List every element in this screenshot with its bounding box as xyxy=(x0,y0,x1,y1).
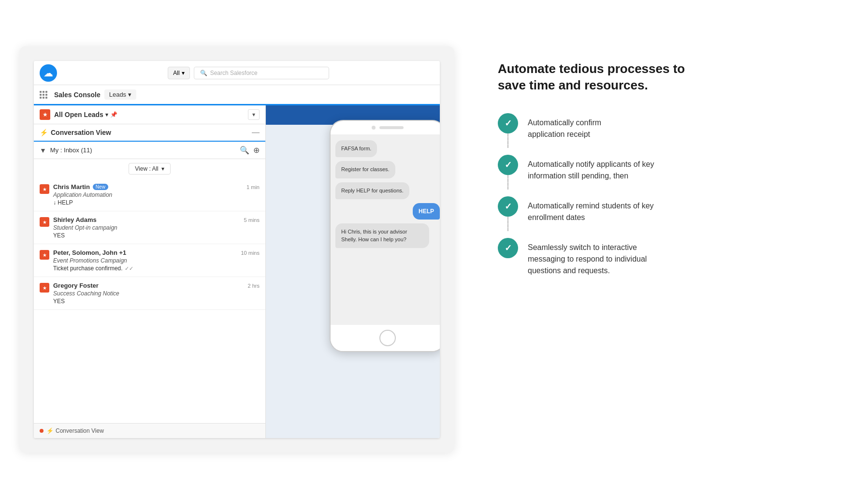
right-content: Automate tedious processes to save time … xyxy=(474,46,849,291)
item-message: ↓ HELP xyxy=(53,199,260,206)
benefit-check-circle-4: ✓ xyxy=(498,238,518,258)
page-container: ☁ All ▾ 🔍 Search Salesforce xyxy=(0,37,868,462)
benefits-list: ✓ Automatically confirmapplication recei… xyxy=(498,113,825,277)
inbox-search-icon[interactable]: 🔍 xyxy=(240,146,249,155)
item-content: Peter, Solomon, John +1 10 mins Event Pr… xyxy=(53,249,260,272)
sf-footer: ⚡ Conversation View xyxy=(34,423,265,438)
conv-item-peter-solomon[interactable]: ★ Peter, Solomon, John +1 10 mins Event … xyxy=(34,244,265,277)
conv-item-gregory-foster[interactable]: ★ Gregory Foster 2 hrs Success Coaching … xyxy=(34,277,265,310)
benefit-text-content-2: Automatically notify applicants of keyin… xyxy=(528,159,654,182)
conv-item-chris-martin[interactable]: ★ Chris Martin New 1 min Application Aut… xyxy=(34,178,265,211)
item-content: Gregory Foster 2 hrs Success Coaching No… xyxy=(53,282,260,305)
benefit-text-content-1: Automatically confirmapplication receipt xyxy=(528,117,601,140)
benefit-text-1: Automatically confirmapplication receipt xyxy=(528,113,601,155)
item-content: Chris Martin New 1 min Application Autom… xyxy=(53,183,260,206)
benefit-check-circle-3: ✓ xyxy=(498,196,518,217)
benefit-text-2: Automatically notify applicants of keyin… xyxy=(528,155,654,196)
leads-title: All Open Leads ▾ 📌 xyxy=(54,111,117,118)
search-input[interactable]: 🔍 Search Salesforce xyxy=(194,67,329,79)
chevron-down-icon: ▾ xyxy=(182,70,185,76)
leads-view-dropdown[interactable]: ▾ xyxy=(248,109,260,120)
check-icon-3: ✓ xyxy=(505,201,512,212)
benefit-text-content-4: Seamlessly switch to interactivemessagin… xyxy=(528,242,647,277)
item-star-icon: ★ xyxy=(40,283,49,293)
view-bar: View : All ▾ xyxy=(34,159,265,178)
view-label: View : All xyxy=(135,165,158,172)
benefit-connector-3: ✓ xyxy=(498,196,518,231)
connector-line-2 xyxy=(507,175,508,190)
item-name: Chris Martin xyxy=(53,183,90,191)
main-heading: Automate tedious processes to save time … xyxy=(498,61,701,94)
filter-icon: ▼ xyxy=(40,147,46,154)
sf-left-panel: ★ All Open Leads ▾ 📌 ▾ ⚡ Conversation Vi… xyxy=(34,105,266,438)
benefit-connector-1: ✓ xyxy=(498,113,518,148)
inbox-add-icon[interactable]: ⊕ xyxy=(253,146,260,155)
item-time: 1 min xyxy=(246,184,260,190)
sf-logo: ☁ xyxy=(40,64,57,82)
item-content: Shirley Adams 5 mins Student Opt-in camp… xyxy=(53,216,260,239)
item-time: 5 mins xyxy=(244,217,260,223)
item-campaign: Student Opt-in campaign xyxy=(53,224,260,231)
benefit-item-1: ✓ Automatically confirmapplication recei… xyxy=(498,113,825,155)
check-icon-1: ✓ xyxy=(505,118,512,129)
phone-home-button[interactable] xyxy=(379,330,396,346)
connector-line-1 xyxy=(507,133,508,148)
search-placeholder-text: Search Salesforce xyxy=(210,70,258,76)
item-message: YES xyxy=(53,232,260,239)
item-star-icon: ★ xyxy=(40,217,49,227)
nav-title: Sales Console xyxy=(54,91,101,99)
inbox-bar: ▼ My : Inbox (11) 🔍 ⊕ xyxy=(34,142,265,159)
view-select[interactable]: View : All ▾ xyxy=(129,163,170,175)
benefit-check-circle-2: ✓ xyxy=(498,155,518,175)
chat-bubble-register: Register for classes. xyxy=(335,161,395,178)
chevron-down-icon: ▾ xyxy=(128,91,131,98)
item-star-icon: ★ xyxy=(40,250,49,260)
benefit-item-2: ✓ Automatically notify applicants of key… xyxy=(498,155,825,196)
benefit-text-content-3: Automatically remind students of keyenro… xyxy=(528,200,654,223)
new-badge: New xyxy=(93,184,108,190)
double-check-icon: ✓✓ xyxy=(125,265,133,272)
item-name-row: Shirley Adams 5 mins xyxy=(53,216,260,223)
chat-bubble-help-prompt: Reply HELP for questions. xyxy=(335,182,409,199)
phone-mockup: FAFSA form. Register for classes. Reply … xyxy=(330,120,440,352)
search-icon: 🔍 xyxy=(200,70,207,76)
sf-window: ☁ All ▾ 🔍 Search Salesforce xyxy=(34,61,440,438)
benefit-connector-2: ✓ xyxy=(498,155,518,190)
benefit-check-circle-1: ✓ xyxy=(498,113,518,133)
item-name: Gregory Foster xyxy=(53,282,99,289)
item-message: YES xyxy=(53,298,260,305)
chat-bubble-fafsa: FAFSA form. xyxy=(335,140,377,157)
leads-header: ★ All Open Leads ▾ 📌 ▾ xyxy=(34,105,265,124)
nav-leads-dropdown[interactable]: Leads ▾ xyxy=(104,89,136,100)
item-name: Shirley Adams xyxy=(53,216,97,223)
item-campaign: Event Promotions Campaign xyxy=(53,257,260,264)
chat-bubble-help-reply: HELP xyxy=(413,203,440,220)
phone-speaker-bar xyxy=(379,126,404,129)
item-time: 10 mins xyxy=(241,250,260,256)
footer-text: ⚡ Conversation View xyxy=(46,427,104,434)
conv-item-shirley-adams[interactable]: ★ Shirley Adams 5 mins Student Opt-in ca… xyxy=(34,211,265,244)
sf-search-area: All ▾ 🔍 Search Salesforce xyxy=(63,67,434,79)
item-name-row: Chris Martin New 1 min xyxy=(53,183,260,191)
view-chevron-icon: ▾ xyxy=(161,165,164,172)
phone-camera-dot xyxy=(372,126,376,130)
salesforce-cloud-icon: ☁ xyxy=(43,67,53,79)
item-campaign: Success Coaching Notice xyxy=(53,290,260,297)
benefit-connector-4: ✓ xyxy=(498,238,518,258)
benefit-text-4: Seamlessly switch to interactivemessagin… xyxy=(528,238,647,277)
inbox-label: My : Inbox (11) xyxy=(50,147,236,154)
chat-bubble-advisor: Hi Chris, this is your advisor Shelly. H… xyxy=(335,223,429,248)
phone-home-area xyxy=(331,325,440,351)
lightning-icon: ⚡ xyxy=(40,129,48,136)
item-star-icon: ★ xyxy=(40,184,49,194)
pin-icon: 📌 xyxy=(110,111,117,118)
phone-chat: FAFSA form. Register for classes. Reply … xyxy=(331,134,440,325)
sf-main: ★ All Open Leads ▾ 📌 ▾ ⚡ Conversation Vi… xyxy=(34,105,440,438)
screenshot-frame: ☁ All ▾ 🔍 Search Salesforce xyxy=(19,46,454,453)
minimize-icon[interactable]: — xyxy=(252,128,260,137)
check-icon-4: ✓ xyxy=(505,243,512,253)
nav-leads-label: Leads xyxy=(109,91,126,98)
search-all-dropdown[interactable]: All ▾ xyxy=(168,67,189,79)
benefit-item-4: ✓ Seamlessly switch to interactivemessag… xyxy=(498,238,825,277)
sf-nav: Sales Console Leads ▾ xyxy=(34,85,440,105)
